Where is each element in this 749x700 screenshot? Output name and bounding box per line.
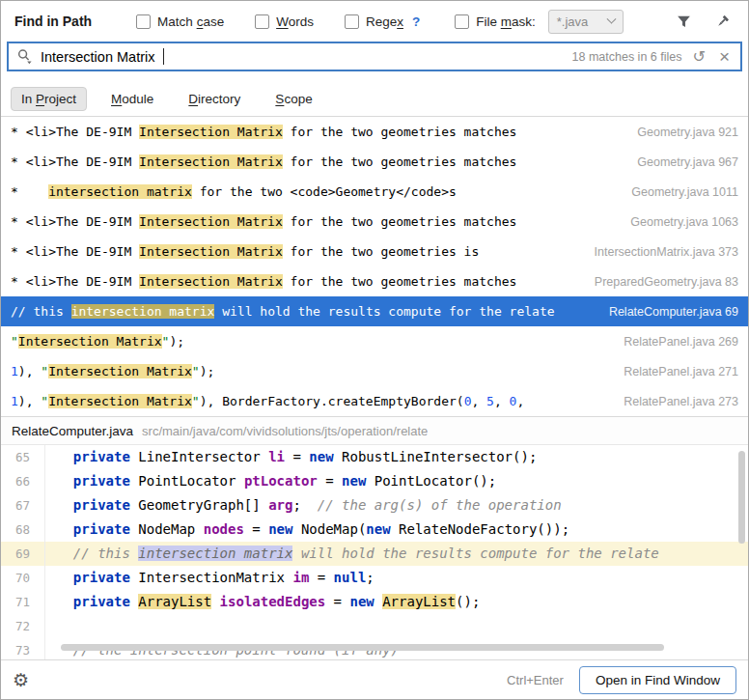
line-number: 71 xyxy=(1,590,45,614)
results-list: * <li>The DE-9IM Intersection Matrix for… xyxy=(1,116,748,416)
preview-header: RelateComputer.java src/main/java/com/vi… xyxy=(1,416,748,444)
result-text: * <li>The DE-9IM Intersection Matrix for… xyxy=(11,125,516,139)
preview-file-path: src/main/java/com/vividsolutions/jts/ope… xyxy=(142,424,428,438)
gear-icon[interactable]: ⚙ xyxy=(13,671,29,689)
result-file-ref: Geometry.java 1063 xyxy=(619,215,738,229)
search-icon[interactable] xyxy=(16,48,33,65)
code-text: private ArrayList isolatedEdges = new Ar… xyxy=(45,590,480,614)
close-icon[interactable]: × xyxy=(716,47,733,66)
result-text: // this intersection matrix will hold th… xyxy=(11,304,555,319)
option-label: Match case xyxy=(157,14,224,29)
pin-icon[interactable] xyxy=(709,9,735,34)
code-text: private IntersectionMatrix im = null; xyxy=(45,566,374,590)
file-mask-checkbox[interactable] xyxy=(455,14,469,29)
footer: ⚙ Ctrl+Enter Open in Find Window xyxy=(1,659,748,699)
tab-in-project[interactable]: In Project xyxy=(11,87,87,111)
code-lines: 65 private LineIntersector li = new Robu… xyxy=(1,445,748,659)
result-text: * <li>The DE-9IM Intersection Matrix for… xyxy=(11,154,516,169)
code-preview[interactable]: 65 private LineIntersector li = new Robu… xyxy=(1,444,748,659)
result-text: 1), "Intersection Matrix"), BorderFactor… xyxy=(11,394,524,408)
file-mask-combo[interactable]: *.java xyxy=(548,10,624,34)
code-text: private NodeMap nodes = new NodeMap(new … xyxy=(45,518,569,542)
option-regex[interactable]: Regex? xyxy=(345,14,420,29)
help-icon[interactable]: ? xyxy=(412,14,420,29)
result-row[interactable]: * <li>The DE-9IM Intersection Matrix for… xyxy=(1,147,748,177)
result-file-ref: Geometry.java 1011 xyxy=(620,185,738,199)
file-mask-group: File mask: *.java xyxy=(455,10,624,34)
result-row[interactable]: * <li>The DE-9IM Intersection Matrix for… xyxy=(1,207,748,237)
find-in-path-dialog: Find in Path Match caseWordsRegex? File … xyxy=(0,0,749,700)
line-number: 65 xyxy=(1,445,45,469)
line-number: 67 xyxy=(1,493,45,518)
result-file-ref: RelateComputer.java 69 xyxy=(597,305,738,319)
preview-file-name: RelateComputer.java xyxy=(12,424,133,438)
code-line: 71 private ArrayList isolatedEdges = new… xyxy=(1,590,748,614)
result-text: * <li>The DE-9IM Intersection Matrix for… xyxy=(11,214,516,229)
result-row[interactable]: 1), "Intersection Matrix"), BorderFactor… xyxy=(1,386,748,416)
file-mask-label: File mask: xyxy=(476,14,536,29)
tab-directory[interactable]: Directory xyxy=(178,87,251,111)
option-match-case[interactable]: Match case xyxy=(136,14,224,29)
horizontal-scrollbar[interactable] xyxy=(61,644,664,651)
option-label: Regex xyxy=(366,14,403,29)
vertical-scrollbar[interactable] xyxy=(738,451,745,544)
result-row[interactable]: // this intersection matrix will hold th… xyxy=(1,296,748,326)
result-text: * intersection matrix for the two <code>… xyxy=(11,184,457,199)
result-row[interactable]: 1), "Intersection Matrix");RelatePanel.j… xyxy=(1,356,748,386)
chevron-down-icon xyxy=(606,14,616,23)
result-file-ref: RelatePanel.java 273 xyxy=(612,395,738,408)
code-line: 69 // this intersection matrix will hold… xyxy=(1,542,748,566)
result-row[interactable]: * <li>The DE-9IM Intersection Matrix for… xyxy=(1,237,748,266)
line-number: 68 xyxy=(1,518,45,542)
tab-scope[interactable]: Scope xyxy=(264,87,322,111)
scope-tabs: In ProjectModuleDirectoryScope xyxy=(1,81,748,116)
result-file-ref: Geometry.java 967 xyxy=(625,155,738,169)
code-line: 67 private GeometryGraph[] arg; // the a… xyxy=(1,493,748,518)
line-number: 72 xyxy=(1,614,45,638)
line-number: 69 xyxy=(1,542,45,566)
result-text: * <li>The DE-9IM Intersection Matrix for… xyxy=(11,274,516,289)
line-number: 66 xyxy=(1,469,45,493)
code-text: private LineIntersector li = new RobustL… xyxy=(45,445,537,469)
code-text: private PointLocator ptLocator = new Poi… xyxy=(45,469,496,493)
shortcut-hint: Ctrl+Enter xyxy=(507,673,564,687)
file-mask-value: *.java xyxy=(557,14,602,29)
text-caret xyxy=(163,48,164,65)
search-field[interactable]: Intersection Matrix 18 matches in 6 file… xyxy=(7,42,742,71)
checkbox[interactable] xyxy=(255,14,269,29)
filter-icon[interactable] xyxy=(671,9,696,34)
result-row[interactable]: * <li>The DE-9IM Intersection Matrix for… xyxy=(1,266,748,296)
result-file-ref: IntersectionMatrix.java 373 xyxy=(583,245,738,259)
refresh-icon[interactable]: ↺ xyxy=(689,49,707,65)
checkbox[interactable] xyxy=(136,14,151,29)
result-text: "Intersection Matrix"); xyxy=(11,334,184,349)
code-line: 66 private PointLocator ptLocator = new … xyxy=(1,469,748,493)
code-line: 65 private LineIntersector li = new Robu… xyxy=(1,445,748,469)
search-bar: Intersection Matrix 18 matches in 6 file… xyxy=(1,42,748,81)
match-count: 18 matches in 6 files xyxy=(572,50,682,64)
checkbox[interactable] xyxy=(345,14,359,29)
result-row[interactable]: * <li>The DE-9IM Intersection Matrix for… xyxy=(1,117,748,147)
option-words[interactable]: Words xyxy=(255,14,314,29)
search-query: Intersection Matrix xyxy=(41,49,154,65)
code-text: // this intersection matrix will hold th… xyxy=(45,542,659,566)
dialog-title: Find in Path xyxy=(14,14,92,29)
open-in-find-window-button[interactable]: Open in Find Window xyxy=(579,666,736,694)
result-file-ref: PreparedGeometry.java 83 xyxy=(583,275,738,289)
code-text xyxy=(45,614,57,638)
result-file-ref: RelatePanel.java 271 xyxy=(612,365,738,378)
search-options: Match caseWordsRegex? xyxy=(136,14,420,29)
result-text: 1), "Intersection Matrix"); xyxy=(11,364,214,378)
code-text: private GeometryGraph[] arg; // the arg(… xyxy=(45,493,562,518)
tab-module[interactable]: Module xyxy=(100,87,164,111)
code-line: 70 private IntersectionMatrix im = null; xyxy=(1,566,748,590)
titlebar: Find in Path Match caseWordsRegex? File … xyxy=(1,1,748,42)
result-file-ref: Geometry.java 921 xyxy=(625,126,738,139)
code-line: 72 xyxy=(1,614,748,638)
result-text: * <li>The DE-9IM Intersection Matrix for… xyxy=(11,244,479,259)
line-number: 70 xyxy=(1,566,45,590)
result-row[interactable]: "Intersection Matrix");RelatePanel.java … xyxy=(1,326,748,356)
line-number: 73 xyxy=(1,638,45,659)
result-row[interactable]: * intersection matrix for the two <code>… xyxy=(1,177,748,207)
code-line: 68 private NodeMap nodes = new NodeMap(n… xyxy=(1,518,748,542)
